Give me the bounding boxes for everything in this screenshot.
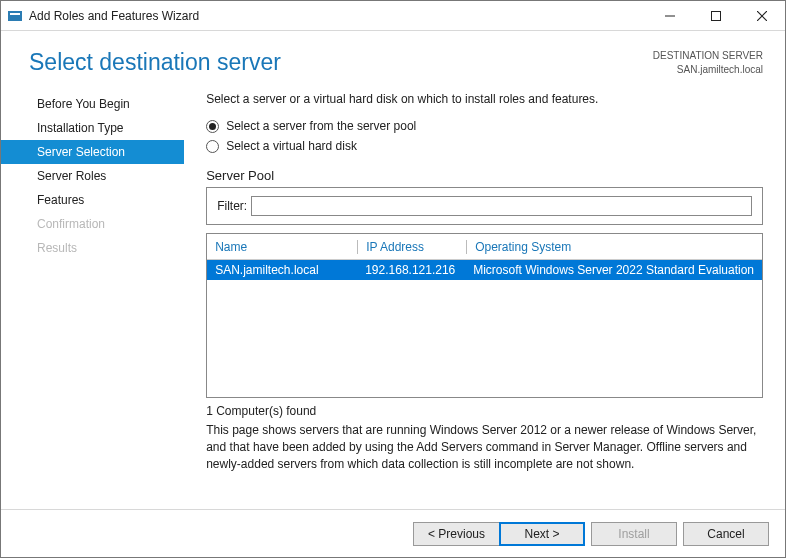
maximize-button[interactable] [693, 1, 739, 31]
destination-label: DESTINATION SERVER [653, 49, 763, 63]
filter-input[interactable] [251, 196, 752, 216]
minimize-button[interactable] [647, 1, 693, 31]
cell-name: SAN.jamiltech.local [207, 263, 357, 277]
step-features[interactable]: Features [1, 188, 184, 212]
main-content: Select a server or a virtual hard disk o… [184, 88, 785, 509]
step-server-selection[interactable]: Server Selection [1, 140, 184, 164]
radio-label: Select a server from the server pool [226, 119, 416, 133]
filter-label: Filter: [217, 199, 247, 213]
wizard-steps: Before You Begin Installation Type Serve… [1, 88, 184, 509]
previous-button[interactable]: < Previous [413, 522, 499, 546]
step-before-you-begin[interactable]: Before You Begin [1, 92, 184, 116]
page-description: This page shows servers that are running… [206, 422, 763, 472]
intro-text: Select a server or a virtual hard disk o… [206, 92, 763, 106]
titlebar: Add Roles and Features Wizard [1, 1, 785, 31]
app-icon [7, 8, 23, 24]
footer: < Previous Next > Install Cancel [1, 509, 785, 557]
wizard-window: Add Roles and Features Wizard Select des… [0, 0, 786, 558]
cell-os: Microsoft Windows Server 2022 Standard E… [465, 263, 762, 277]
svg-rect-0 [8, 11, 22, 21]
header: Select destination server DESTINATION SE… [1, 31, 785, 88]
next-button[interactable]: Next > [499, 522, 585, 546]
server-table: Name IP Address Operating System SAN.jam… [206, 233, 763, 398]
server-pool-label: Server Pool [206, 168, 763, 183]
computers-found: 1 Computer(s) found [206, 404, 763, 418]
step-confirmation: Confirmation [1, 212, 184, 236]
destination-value: SAN.jamiltech.local [653, 63, 763, 77]
radio-vhd[interactable]: Select a virtual hard disk [206, 139, 763, 153]
window-title: Add Roles and Features Wizard [29, 9, 647, 23]
col-name[interactable]: Name [207, 240, 357, 254]
cancel-button[interactable]: Cancel [683, 522, 769, 546]
page-title: Select destination server [29, 49, 653, 76]
step-installation-type[interactable]: Installation Type [1, 116, 184, 140]
table-header: Name IP Address Operating System [207, 234, 762, 260]
svg-rect-3 [712, 11, 721, 20]
radio-server-pool[interactable]: Select a server from the server pool [206, 119, 763, 133]
install-button: Install [591, 522, 677, 546]
step-results: Results [1, 236, 184, 260]
cell-ip: 192.168.121.216 [357, 263, 465, 277]
nav-button-pair: < Previous Next > [413, 522, 585, 546]
close-button[interactable] [739, 1, 785, 31]
step-server-roles[interactable]: Server Roles [1, 164, 184, 188]
col-os[interactable]: Operating System [467, 240, 762, 254]
radio-icon [206, 140, 219, 153]
col-ip[interactable]: IP Address [358, 240, 466, 254]
radio-label: Select a virtual hard disk [226, 139, 357, 153]
table-row[interactable]: SAN.jamiltech.local 192.168.121.216 Micr… [207, 260, 762, 280]
destination-info: DESTINATION SERVER SAN.jamiltech.local [653, 49, 763, 76]
radio-icon [206, 120, 219, 133]
filter-box: Filter: [206, 187, 763, 225]
svg-rect-1 [10, 13, 20, 15]
